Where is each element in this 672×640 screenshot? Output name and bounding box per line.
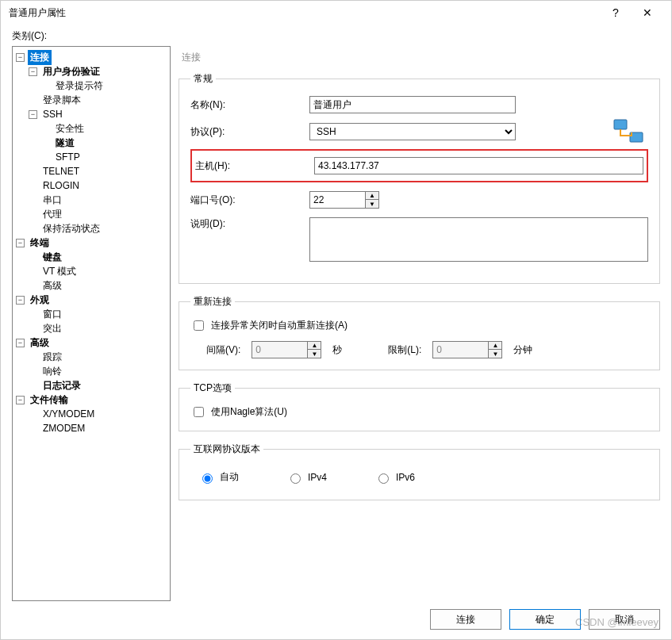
- tree-item-tunnel[interactable]: 隧道: [53, 136, 77, 151]
- limit-label: 限制(L):: [388, 343, 421, 357]
- tree-item-appearance[interactable]: 外观: [28, 293, 52, 308]
- chevron-up-icon[interactable]: ▲: [366, 192, 378, 200]
- tcp-group: TCP选项 使用Nagle算法(U): [179, 381, 660, 431]
- desc-textarea[interactable]: [309, 217, 648, 262]
- tree-item-logging[interactable]: 日志记录: [40, 378, 83, 393]
- auto-reconnect-label: 连接异常关闭时自动重新连接(A): [211, 319, 348, 332]
- tree-item-serial[interactable]: 串口: [40, 193, 64, 208]
- tree-item-proxy[interactable]: 代理: [40, 207, 64, 222]
- port-label: 端口号(O):: [190, 194, 309, 207]
- tree-item-keepalive[interactable]: 保持活动状态: [40, 221, 102, 236]
- chevron-down-icon[interactable]: ▼: [366, 200, 378, 208]
- category-tree[interactable]: −连接 −用户身份验证 登录提示符 登录脚本 −SSH 安全性: [12, 46, 171, 601]
- chevron-down-icon: ▼: [489, 350, 501, 358]
- tree-toggle-icon[interactable]: −: [16, 396, 25, 404]
- tcp-legend: TCP选项: [190, 381, 235, 395]
- limit-input: [432, 341, 488, 358]
- tree-item-zmodem[interactable]: ZMODEM: [40, 422, 87, 435]
- ip-v6-option[interactable]: IPv6: [374, 470, 415, 484]
- general-legend: 常规: [190, 72, 216, 86]
- tree-item-trace[interactable]: 跟踪: [40, 350, 64, 365]
- nagle-label: 使用Nagle算法(U): [211, 405, 287, 419]
- tree-item-rlogin[interactable]: RLOGIN: [40, 179, 82, 192]
- category-label: 类别(C):: [1, 25, 671, 46]
- interval-label: 间隔(V):: [206, 343, 240, 357]
- tree-toggle-icon[interactable]: −: [29, 110, 37, 119]
- ip-v4-option[interactable]: IPv4: [286, 470, 327, 484]
- ip-v4-radio[interactable]: [290, 473, 301, 484]
- tree-item-filetransfer[interactable]: 文件传输: [28, 393, 71, 408]
- chevron-up-icon: ▲: [308, 342, 321, 350]
- interval-spinner: ▲▼: [252, 341, 321, 358]
- tree-item-sftp[interactable]: SFTP: [53, 151, 83, 163]
- tree-toggle-icon[interactable]: −: [16, 296, 25, 305]
- ip-v6-radio[interactable]: [378, 473, 389, 484]
- tree-item-telnet[interactable]: TELNET: [40, 165, 82, 178]
- host-input[interactable]: [314, 157, 643, 174]
- ok-button[interactable]: 确定: [509, 609, 581, 630]
- ipversion-legend: 互联网协议版本: [190, 443, 263, 456]
- help-button[interactable]: ?: [600, 2, 632, 24]
- ip-auto-option[interactable]: 自动: [198, 470, 239, 484]
- tree-item-advanced[interactable]: 高级: [28, 335, 52, 351]
- tree-item-connection[interactable]: 连接: [28, 50, 52, 65]
- tree-toggle-icon[interactable]: −: [29, 67, 37, 76]
- protocol-label: 协议(P):: [190, 125, 309, 139]
- tree-item-advanced-term[interactable]: 高级: [40, 278, 64, 293]
- svg-rect-0: [614, 120, 627, 129]
- dialog-window: 普通用户属性 ? ✕ 类别(C): −连接 −用户身份验证 登录提示符 登录脚本: [0, 0, 672, 640]
- port-spinner[interactable]: ▲▼: [309, 191, 379, 209]
- chevron-down-icon: ▼: [308, 350, 321, 358]
- auto-reconnect-checkbox[interactable]: [194, 320, 204, 331]
- cancel-button[interactable]: 取消: [589, 609, 660, 630]
- ip-auto-radio[interactable]: [202, 473, 213, 484]
- settings-panel: 连接 常规 名称(N): 协议(P): SSH 主机(H):: [179, 46, 660, 601]
- tree-item-ssh[interactable]: SSH: [40, 108, 65, 121]
- tree-item-vtmode[interactable]: VT 模式: [40, 264, 79, 279]
- protocol-select[interactable]: SSH: [309, 123, 516, 140]
- nagle-checkbox[interactable]: [194, 407, 204, 417]
- desc-label: 说明(D):: [190, 217, 309, 231]
- dialog-buttons: 连接 确定 取消: [1, 601, 671, 639]
- tree-item-xymodem[interactable]: X/YMODEM: [40, 408, 97, 420]
- limit-spinner: ▲▼: [432, 341, 502, 358]
- window-title: 普通用户属性: [9, 6, 600, 20]
- tree-toggle-icon[interactable]: −: [16, 53, 25, 62]
- connect-button[interactable]: 连接: [430, 609, 501, 630]
- ipversion-group: 互联网协议版本 自动 IPv4 IPv6: [179, 443, 660, 500]
- general-group: 常规 名称(N): 协议(P): SSH 主机(H):: [179, 72, 660, 284]
- tree-item-highlight[interactable]: 突出: [40, 321, 64, 336]
- tree-item-login-prompt[interactable]: 登录提示符: [53, 79, 106, 94]
- tree-item-security[interactable]: 安全性: [53, 121, 86, 136]
- reconnect-legend: 重新连接: [190, 295, 235, 309]
- tree-item-login-script[interactable]: 登录脚本: [40, 93, 83, 108]
- panel-heading: 连接: [179, 46, 660, 72]
- titlebar: 普通用户属性 ? ✕: [1, 1, 671, 25]
- chevron-up-icon: ▲: [489, 342, 501, 350]
- reconnect-group: 重新连接 连接异常关闭时自动重新连接(A) 间隔(V): ▲▼ 秒 限制(L):: [179, 295, 660, 370]
- tree-item-bell[interactable]: 响铃: [40, 364, 64, 379]
- close-button[interactable]: ✕: [632, 2, 663, 24]
- tree-item-terminal[interactable]: 终端: [28, 236, 52, 251]
- limit-unit: 分钟: [513, 343, 532, 357]
- name-input[interactable]: [309, 96, 516, 113]
- name-label: 名称(N):: [190, 98, 309, 112]
- port-input[interactable]: [309, 191, 365, 209]
- host-label: 主机(H):: [195, 159, 314, 173]
- tree-toggle-icon[interactable]: −: [16, 239, 25, 247]
- tree-toggle-icon[interactable]: −: [16, 339, 25, 347]
- interval-input: [252, 341, 307, 358]
- tree-item-window[interactable]: 窗口: [40, 307, 64, 322]
- tree-item-auth[interactable]: 用户身份验证: [40, 64, 102, 79]
- interval-unit: 秒: [332, 343, 342, 357]
- tree-item-keyboard[interactable]: 键盘: [40, 250, 64, 265]
- network-icon: [612, 118, 644, 147]
